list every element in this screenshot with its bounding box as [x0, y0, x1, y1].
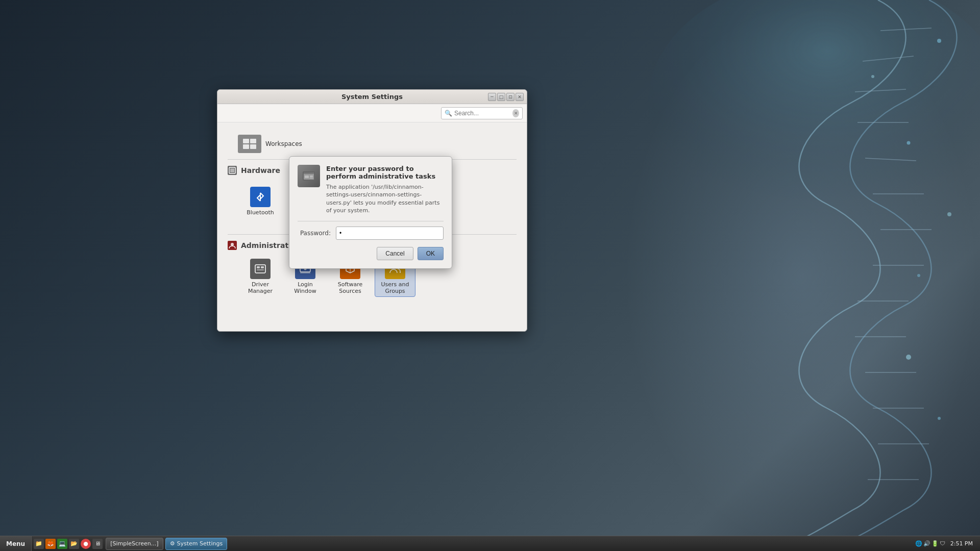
cancel-button[interactable]: Cancel: [377, 247, 413, 260]
network-icon: 🌐: [915, 540, 922, 547]
taskbar-sysettings-button[interactable]: ⚙ System Settings: [165, 538, 228, 550]
window-title: System Settings: [341, 93, 403, 101]
login-window-label: Login Window: [287, 281, 324, 294]
battery-icon: 🔋: [932, 540, 939, 547]
svg-rect-25: [250, 144, 256, 149]
taskbar-icon-app3[interactable]: 🖥: [92, 539, 103, 549]
svg-rect-41: [300, 272, 310, 273]
taskbar-right-area: 🌐 🔊 🔋 🛡 2:51 PM: [915, 540, 980, 547]
close-button[interactable]: ✕: [516, 93, 524, 101]
svg-rect-35: [257, 266, 260, 268]
maximize-button[interactable]: □: [497, 93, 505, 101]
dialog-app-icon: [298, 165, 320, 187]
ok-button[interactable]: OK: [418, 247, 444, 260]
search-icon: 🔍: [445, 110, 452, 117]
svg-rect-23: [250, 139, 256, 143]
taskbar-icon-app2[interactable]: 📂: [69, 539, 79, 549]
svg-rect-49: [310, 176, 313, 177]
svg-point-15: [937, 39, 941, 43]
password-input[interactable]: [336, 227, 444, 240]
search-box[interactable]: 🔍 ✕: [441, 107, 523, 119]
password-label: Password:: [298, 230, 331, 237]
window-controls: ─ □ ⊡ ✕: [488, 93, 524, 101]
dialog-header-text: Enter your password to perform administr…: [326, 165, 444, 215]
taskbar: Menu 📁 🦊 💻 📂 ● 🖥 [SimpleScreen...] ⚙ Sys…: [0, 536, 980, 551]
password-dialog: Enter your password to perform administr…: [289, 156, 452, 269]
dialog-header: Enter your password to perform administr…: [298, 165, 444, 215]
taskbar-icon-browser1[interactable]: 🦊: [45, 539, 56, 549]
password-field-row: Password:: [298, 227, 444, 240]
taskbar-icon-chrome[interactable]: ●: [81, 539, 91, 549]
svg-rect-24: [243, 144, 249, 149]
taskbar-clock: 2:51 PM: [947, 540, 976, 547]
search-input[interactable]: [454, 110, 512, 117]
workspaces-label[interactable]: Workspaces: [265, 140, 302, 147]
taskbar-icon-app1[interactable]: 💻: [57, 539, 67, 549]
taskbar-menu-button[interactable]: Menu: [0, 536, 32, 551]
taskbar-sysettings-label: System Settings: [177, 540, 223, 547]
taskbar-menu-label: Menu: [6, 540, 25, 547]
workspaces-section: Workspaces: [228, 131, 517, 155]
svg-rect-47: [304, 172, 314, 174]
hardware-section-icon: [228, 166, 237, 175]
svg-point-0: [648, 0, 980, 230]
audio-icon: 🔊: [923, 540, 930, 547]
software-sources-label: Software Sources: [332, 281, 369, 294]
svg-rect-50: [310, 178, 313, 179]
hardware-section-title: Hardware: [241, 166, 280, 174]
admin-section-icon: [228, 241, 237, 250]
svg-point-16: [871, 75, 874, 78]
dialog-description: The application '/usr/lib/cinnamon-setti…: [326, 183, 444, 215]
svg-point-18: [947, 212, 951, 216]
shield-icon: 🛡: [940, 540, 945, 547]
bluetooth-item[interactable]: Bluetooth: [240, 181, 281, 222]
clock-time: 2:51 PM: [950, 540, 973, 547]
bluetooth-icon: [250, 187, 271, 207]
taskbar-simplescreen-button[interactable]: [SimpleScreen...]: [106, 538, 163, 550]
svg-rect-27: [230, 168, 234, 172]
svg-point-21: [938, 417, 941, 420]
svg-rect-34: [255, 265, 265, 273]
desktop-decoration: [623, 0, 980, 551]
svg-rect-37: [257, 269, 264, 270]
workspaces-icon: [238, 135, 261, 153]
system-settings-window: System Settings ─ □ ⊡ ✕ 🔍 ✕: [217, 89, 527, 332]
window-titlebar: System Settings ─ □ ⊡ ✕: [217, 90, 527, 104]
svg-rect-48: [305, 176, 309, 178]
driver-manager-label: Driver Manager: [242, 281, 279, 294]
window-toolbar: 🔍 ✕: [217, 104, 527, 122]
dialog-buttons: Cancel OK: [298, 247, 444, 260]
taskbar-simplescreen-label: [SimpleScreen...]: [110, 540, 158, 547]
driver-manager-icon: [250, 259, 271, 279]
users-groups-label: Users andGroups: [381, 281, 409, 294]
svg-point-33: [231, 243, 234, 246]
minimize-button[interactable]: ─: [488, 93, 496, 101]
svg-point-19: [917, 274, 920, 277]
bluetooth-label: Bluetooth: [247, 209, 274, 216]
driver-manager-item[interactable]: Driver Manager: [240, 256, 281, 297]
taskbar-icon-files[interactable]: 📁: [34, 539, 44, 549]
svg-rect-22: [243, 139, 249, 143]
svg-rect-36: [261, 266, 264, 268]
taskbar-system-icons: 🌐 🔊 🔋 🛡: [915, 540, 945, 547]
restore-button[interactable]: ⊡: [506, 93, 514, 101]
dialog-title: Enter your password to perform administr…: [326, 165, 444, 180]
taskbar-settings-icon: ⚙: [170, 540, 175, 547]
dialog-divider: [298, 221, 444, 221]
taskbar-quick-launch: 📁 🦊 💻 📂 ● 🖥: [32, 539, 105, 549]
svg-point-20: [906, 355, 911, 360]
svg-point-17: [907, 141, 911, 145]
desktop: System Settings ─ □ ⊡ ✕ 🔍 ✕: [0, 0, 980, 551]
search-clear-button[interactable]: ✕: [512, 109, 519, 117]
